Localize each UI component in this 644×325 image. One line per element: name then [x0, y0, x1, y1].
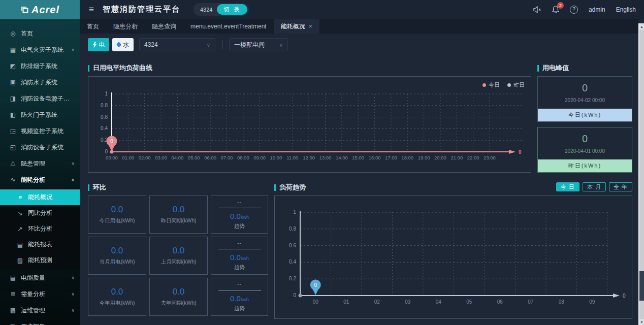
room-select[interactable]: 一楼配电间 ∨ — [229, 38, 288, 51]
help-icon[interactable]: ? — [570, 6, 578, 14]
peak-card-label: 今日(kWh) — [538, 109, 632, 121]
sidebar-item-隐患管理[interactable]: ⚠隐患管理∨ — [0, 155, 80, 172]
sidebar-item-label: 需量分析 — [21, 290, 71, 299]
tab-首页[interactable]: 首页 — [80, 19, 106, 34]
sidebar-item-电气火灾子系统[interactable]: ▦电气火灾子系统∨ — [0, 42, 80, 58]
section-title-text: 环比 — [93, 183, 106, 192]
demand-analysis-icon: ≣ — [9, 290, 17, 298]
peak-value: 0 — [582, 133, 588, 145]
svg-text:06: 06 — [497, 299, 503, 305]
scrollbar-thumb[interactable] — [639, 271, 644, 301]
huanbi-card: 0.0今年用电(kWh) — [88, 278, 146, 316]
scrollbar-up-icon[interactable]: ▲ — [639, 23, 644, 29]
trend-label: 趋势 — [234, 264, 245, 271]
peak-card-body: 02020-04-02 00:00 — [538, 77, 632, 109]
sidebar-item-防排烟子系统[interactable]: ◩防排烟子系统 — [0, 58, 80, 74]
huanbi-value: 0.0 — [173, 246, 185, 256]
language-switcher[interactable]: English — [616, 6, 636, 13]
sidebar-item-用户报告[interactable]: ◫用户报告 — [0, 318, 80, 325]
sidebar-item-能耗预测[interactable]: ▨能耗预测 — [0, 252, 80, 268]
tab-隐患分析[interactable]: 隐患分析 — [106, 19, 145, 34]
water-filter-button[interactable]: 水 — [112, 38, 134, 51]
trend-value: 0.0kwh — [230, 253, 249, 262]
svg-text:03: 03 — [405, 299, 411, 305]
trend-range-button-今日[interactable]: 今 日 — [556, 182, 579, 191]
username[interactable]: admin — [589, 6, 605, 13]
svg-text:18:00: 18:00 — [401, 155, 413, 160]
svg-text:0: 0 — [110, 139, 113, 144]
electric-filter-button[interactable]: 电 — [88, 38, 109, 51]
legend-item-今日[interactable]: 今日 — [482, 81, 500, 89]
huanbi-card: 0.0上月同期(kWh) — [149, 237, 208, 275]
menu-collapse-icon[interactable]: ≡ — [89, 5, 94, 14]
sidebar-item-消防设备电源子系统[interactable]: ◨消防设备电源子系统 — [0, 90, 80, 107]
sidebar-item-电能质量[interactable]: ▤电能质量∨ — [0, 270, 80, 286]
scrollbar-down-icon[interactable]: ▼ — [639, 319, 644, 325]
svg-text:07: 07 — [528, 299, 534, 305]
svg-text:0.8: 0.8 — [101, 103, 108, 108]
sidebar-item-需量分析[interactable]: ≣需量分析∨ — [0, 286, 80, 302]
sidebar-item-能耗报表[interactable]: ▤能耗报表 — [0, 237, 80, 252]
trend-range-button-本月[interactable]: 本 月 — [583, 182, 606, 191]
svg-text:22:00: 22:00 — [467, 155, 479, 160]
energy-overview-icon: ≡ — [16, 194, 24, 201]
sidebar-item-能耗分析[interactable]: ∿能耗分析∧ — [0, 172, 80, 188]
energy-report-icon: ▤ — [16, 241, 24, 248]
sidebar-item-环比分析[interactable]: ↗环比分析 — [0, 221, 80, 237]
trend-value-number: 0.0 — [230, 212, 241, 220]
smoke-exhaust-system-icon: ◩ — [9, 62, 17, 70]
huanbi-label: 当月用电(kWh) — [100, 258, 135, 266]
user-report-icon: ◫ — [9, 323, 17, 325]
chevron-up-icon: ∧ — [71, 177, 75, 182]
mute-icon[interactable] — [533, 6, 541, 13]
tab-能耗概况[interactable]: 能耗概况× — [274, 19, 319, 34]
tab-close-icon[interactable]: × — [309, 23, 312, 30]
svg-text:0: 0 — [519, 149, 522, 155]
peak-datetime: 2020-04-01 00:00 — [565, 148, 605, 154]
svg-text:08: 08 — [559, 299, 565, 305]
tab-隐患查询[interactable]: 隐患查询 — [145, 19, 183, 34]
tab-label: 隐患分析 — [113, 22, 138, 31]
title-accent-bar — [274, 184, 276, 191]
tab-menu.event.eventTreatment[interactable]: menu.event.eventTreatment — [183, 19, 274, 34]
energy-analysis-icon: ∿ — [9, 176, 17, 183]
trend-divider-line — [218, 290, 261, 290]
svg-text:23:00: 23:00 — [484, 155, 496, 160]
svg-text:05: 05 — [466, 299, 472, 305]
equipment-power-system-icon: ◨ — [9, 95, 17, 102]
svg-text:01:00: 01:00 — [122, 155, 134, 160]
daily-load-chart-panel: 今日昨日 00.20.40.60.8100:0001:0002:0003:000… — [88, 76, 531, 173]
svg-text:05:00: 05:00 — [188, 155, 200, 160]
header: ≡ 智慧消防管理云平台 4324 切 换 2 ? admin English — [80, 0, 644, 19]
sidebar-item-视频监控子系统[interactable]: ◲视频监控子系统 — [0, 123, 80, 139]
sidebar-item-消防水子系统[interactable]: ▣消防水子系统 — [0, 74, 80, 90]
svg-text:0.2: 0.2 — [289, 276, 296, 281]
legend-item-昨日[interactable]: 昨日 — [507, 81, 525, 89]
logo-text: Acrel — [31, 4, 59, 16]
sidebar-item-防火门子系统[interactable]: ◧防火门子系统 — [0, 107, 80, 123]
tab-label: 隐患查询 — [152, 22, 176, 31]
svg-text:1: 1 — [293, 209, 296, 215]
svg-text:16:00: 16:00 — [369, 155, 381, 160]
peak-card: 02020-04-01 00:00昨日(kWh) — [537, 127, 632, 173]
sidebar-item-label: 电能质量 — [21, 274, 71, 282]
trend-value-unit: kwh — [241, 297, 249, 302]
sidebar-item-首页[interactable]: ◎首页 — [0, 25, 80, 42]
sidebar-item-同比分析[interactable]: ↘同比分析 — [0, 205, 80, 221]
chevron-down-icon: ∨ — [207, 42, 210, 48]
svg-text:00: 00 — [313, 299, 319, 305]
switch-button[interactable]: 切 换 — [217, 4, 247, 15]
trend-range-button-全年[interactable]: 全 年 — [609, 182, 632, 191]
notifications-bell-icon[interactable]: 2 — [552, 6, 559, 13]
chevron-down-icon: ∨ — [279, 42, 283, 48]
scrollbar[interactable]: ▲ ▼ — [638, 23, 644, 325]
huanbi-section-title: 环比 — [88, 183, 106, 192]
sidebar-item-消防设备子系统[interactable]: ◱消防设备子系统 — [0, 139, 80, 155]
chevron-down-icon: ∨ — [71, 291, 75, 297]
section-title-text: 用电峰值 — [542, 63, 569, 73]
sidebar-item-运维管理[interactable]: ▩运维管理∨ — [0, 302, 80, 318]
station-select[interactable]: 4324 ∨ — [139, 38, 215, 51]
svg-text:0.8: 0.8 — [289, 226, 296, 232]
sidebar-item-能耗概况[interactable]: ≡能耗概况 — [0, 189, 80, 205]
project-switcher: 4324 切 换 — [194, 3, 249, 16]
